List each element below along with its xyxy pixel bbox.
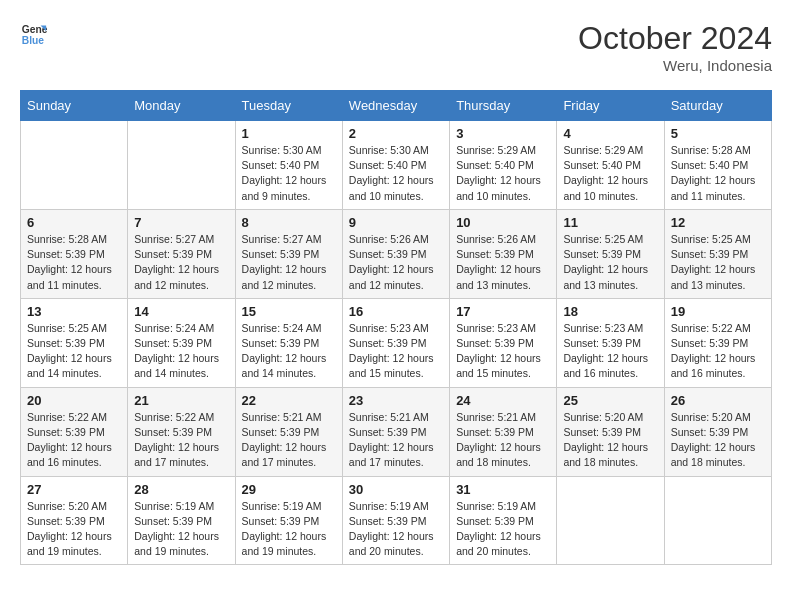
day-number: 1 <box>242 126 336 141</box>
day-number: 31 <box>456 482 550 497</box>
calendar-cell <box>557 476 664 565</box>
calendar-cell: 16Sunrise: 5:23 AM Sunset: 5:39 PM Dayli… <box>342 298 449 387</box>
day-info: Sunrise: 5:24 AM Sunset: 5:39 PM Dayligh… <box>242 321 336 382</box>
calendar-cell <box>128 121 235 210</box>
day-number: 8 <box>242 215 336 230</box>
day-info: Sunrise: 5:25 AM Sunset: 5:39 PM Dayligh… <box>563 232 657 293</box>
col-wednesday: Wednesday <box>342 91 449 121</box>
day-info: Sunrise: 5:25 AM Sunset: 5:39 PM Dayligh… <box>27 321 121 382</box>
calendar-table: Sunday Monday Tuesday Wednesday Thursday… <box>20 90 772 565</box>
calendar-week-4: 20Sunrise: 5:22 AM Sunset: 5:39 PM Dayli… <box>21 387 772 476</box>
day-info: Sunrise: 5:19 AM Sunset: 5:39 PM Dayligh… <box>349 499 443 560</box>
calendar-cell: 13Sunrise: 5:25 AM Sunset: 5:39 PM Dayli… <box>21 298 128 387</box>
day-number: 27 <box>27 482 121 497</box>
day-number: 16 <box>349 304 443 319</box>
calendar-cell: 25Sunrise: 5:20 AM Sunset: 5:39 PM Dayli… <box>557 387 664 476</box>
day-info: Sunrise: 5:21 AM Sunset: 5:39 PM Dayligh… <box>349 410 443 471</box>
day-number: 11 <box>563 215 657 230</box>
month-title: October 2024 <box>578 20 772 57</box>
day-info: Sunrise: 5:26 AM Sunset: 5:39 PM Dayligh… <box>456 232 550 293</box>
day-info: Sunrise: 5:20 AM Sunset: 5:39 PM Dayligh… <box>671 410 765 471</box>
day-number: 6 <box>27 215 121 230</box>
day-number: 22 <box>242 393 336 408</box>
day-info: Sunrise: 5:22 AM Sunset: 5:39 PM Dayligh… <box>134 410 228 471</box>
day-number: 17 <box>456 304 550 319</box>
calendar-week-5: 27Sunrise: 5:20 AM Sunset: 5:39 PM Dayli… <box>21 476 772 565</box>
day-number: 18 <box>563 304 657 319</box>
calendar-cell: 12Sunrise: 5:25 AM Sunset: 5:39 PM Dayli… <box>664 209 771 298</box>
calendar-cell: 7Sunrise: 5:27 AM Sunset: 5:39 PM Daylig… <box>128 209 235 298</box>
calendar-cell: 24Sunrise: 5:21 AM Sunset: 5:39 PM Dayli… <box>450 387 557 476</box>
calendar-cell: 3Sunrise: 5:29 AM Sunset: 5:40 PM Daylig… <box>450 121 557 210</box>
calendar-cell: 28Sunrise: 5:19 AM Sunset: 5:39 PM Dayli… <box>128 476 235 565</box>
day-info: Sunrise: 5:29 AM Sunset: 5:40 PM Dayligh… <box>456 143 550 204</box>
calendar-cell: 2Sunrise: 5:30 AM Sunset: 5:40 PM Daylig… <box>342 121 449 210</box>
calendar-cell: 29Sunrise: 5:19 AM Sunset: 5:39 PM Dayli… <box>235 476 342 565</box>
day-number: 4 <box>563 126 657 141</box>
col-monday: Monday <box>128 91 235 121</box>
day-number: 12 <box>671 215 765 230</box>
day-number: 29 <box>242 482 336 497</box>
col-thursday: Thursday <box>450 91 557 121</box>
day-info: Sunrise: 5:26 AM Sunset: 5:39 PM Dayligh… <box>349 232 443 293</box>
day-number: 23 <box>349 393 443 408</box>
calendar-cell: 19Sunrise: 5:22 AM Sunset: 5:39 PM Dayli… <box>664 298 771 387</box>
page-header: General Blue October 2024 Weru, Indonesi… <box>20 20 772 74</box>
calendar-week-2: 6Sunrise: 5:28 AM Sunset: 5:39 PM Daylig… <box>21 209 772 298</box>
calendar-cell: 27Sunrise: 5:20 AM Sunset: 5:39 PM Dayli… <box>21 476 128 565</box>
day-number: 15 <box>242 304 336 319</box>
calendar-cell <box>21 121 128 210</box>
calendar-cell: 31Sunrise: 5:19 AM Sunset: 5:39 PM Dayli… <box>450 476 557 565</box>
col-tuesday: Tuesday <box>235 91 342 121</box>
calendar-cell: 30Sunrise: 5:19 AM Sunset: 5:39 PM Dayli… <box>342 476 449 565</box>
logo-icon: General Blue <box>20 20 48 48</box>
calendar-cell: 18Sunrise: 5:23 AM Sunset: 5:39 PM Dayli… <box>557 298 664 387</box>
day-info: Sunrise: 5:30 AM Sunset: 5:40 PM Dayligh… <box>349 143 443 204</box>
day-info: Sunrise: 5:24 AM Sunset: 5:39 PM Dayligh… <box>134 321 228 382</box>
calendar-cell: 9Sunrise: 5:26 AM Sunset: 5:39 PM Daylig… <box>342 209 449 298</box>
calendar-cell: 21Sunrise: 5:22 AM Sunset: 5:39 PM Dayli… <box>128 387 235 476</box>
calendar-cell: 17Sunrise: 5:23 AM Sunset: 5:39 PM Dayli… <box>450 298 557 387</box>
calendar-cell: 11Sunrise: 5:25 AM Sunset: 5:39 PM Dayli… <box>557 209 664 298</box>
day-number: 26 <box>671 393 765 408</box>
col-friday: Friday <box>557 91 664 121</box>
day-info: Sunrise: 5:21 AM Sunset: 5:39 PM Dayligh… <box>456 410 550 471</box>
day-info: Sunrise: 5:23 AM Sunset: 5:39 PM Dayligh… <box>349 321 443 382</box>
day-number: 10 <box>456 215 550 230</box>
day-number: 25 <box>563 393 657 408</box>
calendar-cell: 6Sunrise: 5:28 AM Sunset: 5:39 PM Daylig… <box>21 209 128 298</box>
day-info: Sunrise: 5:19 AM Sunset: 5:39 PM Dayligh… <box>134 499 228 560</box>
calendar-cell <box>664 476 771 565</box>
svg-text:Blue: Blue <box>22 35 45 46</box>
day-number: 19 <box>671 304 765 319</box>
day-number: 5 <box>671 126 765 141</box>
day-number: 2 <box>349 126 443 141</box>
day-info: Sunrise: 5:29 AM Sunset: 5:40 PM Dayligh… <box>563 143 657 204</box>
logo: General Blue <box>20 20 48 48</box>
col-sunday: Sunday <box>21 91 128 121</box>
day-info: Sunrise: 5:22 AM Sunset: 5:39 PM Dayligh… <box>671 321 765 382</box>
col-saturday: Saturday <box>664 91 771 121</box>
calendar-cell: 14Sunrise: 5:24 AM Sunset: 5:39 PM Dayli… <box>128 298 235 387</box>
calendar-cell: 20Sunrise: 5:22 AM Sunset: 5:39 PM Dayli… <box>21 387 128 476</box>
day-number: 7 <box>134 215 228 230</box>
title-block: October 2024 Weru, Indonesia <box>578 20 772 74</box>
day-info: Sunrise: 5:19 AM Sunset: 5:39 PM Dayligh… <box>456 499 550 560</box>
day-info: Sunrise: 5:23 AM Sunset: 5:39 PM Dayligh… <box>563 321 657 382</box>
day-number: 14 <box>134 304 228 319</box>
day-number: 28 <box>134 482 228 497</box>
calendar-cell: 8Sunrise: 5:27 AM Sunset: 5:39 PM Daylig… <box>235 209 342 298</box>
calendar-cell: 10Sunrise: 5:26 AM Sunset: 5:39 PM Dayli… <box>450 209 557 298</box>
day-info: Sunrise: 5:21 AM Sunset: 5:39 PM Dayligh… <box>242 410 336 471</box>
day-info: Sunrise: 5:19 AM Sunset: 5:39 PM Dayligh… <box>242 499 336 560</box>
day-info: Sunrise: 5:20 AM Sunset: 5:39 PM Dayligh… <box>27 499 121 560</box>
day-number: 21 <box>134 393 228 408</box>
day-number: 3 <box>456 126 550 141</box>
calendar-cell: 22Sunrise: 5:21 AM Sunset: 5:39 PM Dayli… <box>235 387 342 476</box>
day-info: Sunrise: 5:28 AM Sunset: 5:40 PM Dayligh… <box>671 143 765 204</box>
day-number: 20 <box>27 393 121 408</box>
day-info: Sunrise: 5:20 AM Sunset: 5:39 PM Dayligh… <box>563 410 657 471</box>
calendar-header-row: Sunday Monday Tuesday Wednesday Thursday… <box>21 91 772 121</box>
calendar-cell: 23Sunrise: 5:21 AM Sunset: 5:39 PM Dayli… <box>342 387 449 476</box>
day-info: Sunrise: 5:22 AM Sunset: 5:39 PM Dayligh… <box>27 410 121 471</box>
